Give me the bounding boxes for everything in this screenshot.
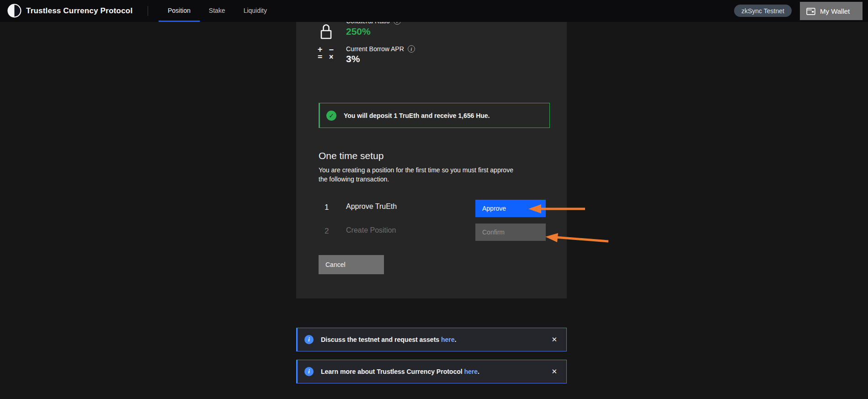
- confirm-button[interactable]: Confirm: [475, 223, 546, 241]
- learn-more-notification-text: Learn more about Trustless Currency Prot…: [321, 368, 542, 375]
- brand-title: Trustless Currency Protocol: [26, 0, 133, 22]
- create-position-panel: Collateral Ratio i 250% + −= × Current B…: [296, 22, 567, 298]
- learn-more-notification-period: .: [478, 368, 479, 375]
- network-badge-label: zkSync Testnet: [741, 7, 784, 15]
- app-header: Trustless Currency Protocol Position Sta…: [0, 0, 868, 22]
- setup-description: You are creating a position for the firs…: [319, 165, 520, 184]
- info-icon[interactable]: i: [394, 22, 401, 25]
- network-badge[interactable]: zkSync Testnet: [734, 5, 792, 17]
- my-wallet-label: My Wallet: [820, 7, 850, 15]
- cancel-button[interactable]: Cancel: [319, 255, 384, 274]
- protocol-logo-icon: [7, 4, 21, 18]
- borrow-apr-label-row: Current Borrow APR i: [346, 45, 415, 53]
- testnet-here-link[interactable]: here: [441, 336, 455, 343]
- testnet-notification-message: Discuss the testnet and request assets: [321, 336, 441, 343]
- deposit-success-text: You will deposit 1 TruEth and receive 1,…: [344, 112, 490, 119]
- tab-liquidity[interactable]: Liquidity: [234, 0, 276, 22]
- approve-button[interactable]: Approve: [475, 200, 546, 217]
- info-icon: i: [304, 335, 314, 344]
- deposit-success-banner: ✓ You will deposit 1 TruEth and receive …: [319, 103, 550, 128]
- setup-title: One time setup: [319, 150, 383, 161]
- learn-more-notification: i Learn more about Trustless Currency Pr…: [296, 360, 567, 383]
- tab-stake[interactable]: Stake: [200, 0, 234, 22]
- info-icon: i: [304, 367, 314, 376]
- success-check-icon: ✓: [326, 111, 336, 121]
- borrow-apr-label: Current Borrow APR: [346, 45, 404, 53]
- tab-position-label: Position: [168, 7, 191, 14]
- collateral-ratio-value: 250%: [346, 26, 371, 37]
- main-nav: Position Stake Liquidity: [159, 0, 276, 22]
- borrow-apr-value: 3%: [346, 53, 360, 64]
- tab-stake-label: Stake: [209, 7, 225, 14]
- close-icon[interactable]: ✕: [549, 366, 559, 378]
- header-divider: [148, 6, 148, 16]
- wallet-icon: [806, 7, 815, 15]
- math-operations-icon: + −= ×: [318, 46, 334, 60]
- my-wallet-button[interactable]: My Wallet: [800, 2, 863, 20]
- collateral-ratio-label-row: Collateral Ratio i: [346, 22, 401, 25]
- tab-position[interactable]: Position: [159, 0, 200, 22]
- math-icon-row2: = ×: [318, 52, 335, 61]
- testnet-notification-period: .: [455, 336, 457, 343]
- testnet-notification: i Discuss the testnet and request assets…: [296, 328, 567, 351]
- info-icon[interactable]: i: [408, 45, 415, 53]
- learn-more-notification-message: Learn more about Trustless Currency Prot…: [321, 368, 464, 375]
- app-root: { "header": { "brand": "Trustless Curren…: [0, 0, 868, 399]
- step-2-number: 2: [325, 227, 329, 236]
- lock-icon: [319, 23, 333, 40]
- step-1-number: 1: [325, 203, 329, 212]
- testnet-notification-text: Discuss the testnet and request assets h…: [321, 336, 542, 343]
- learn-more-here-link[interactable]: here: [464, 368, 478, 375]
- step-1-label: Approve TruEth: [346, 202, 397, 211]
- step-2-label: Create Position: [346, 226, 396, 234]
- collateral-ratio-label: Collateral Ratio: [346, 22, 390, 25]
- close-icon[interactable]: ✕: [549, 334, 559, 346]
- tab-liquidity-label: Liquidity: [244, 7, 267, 14]
